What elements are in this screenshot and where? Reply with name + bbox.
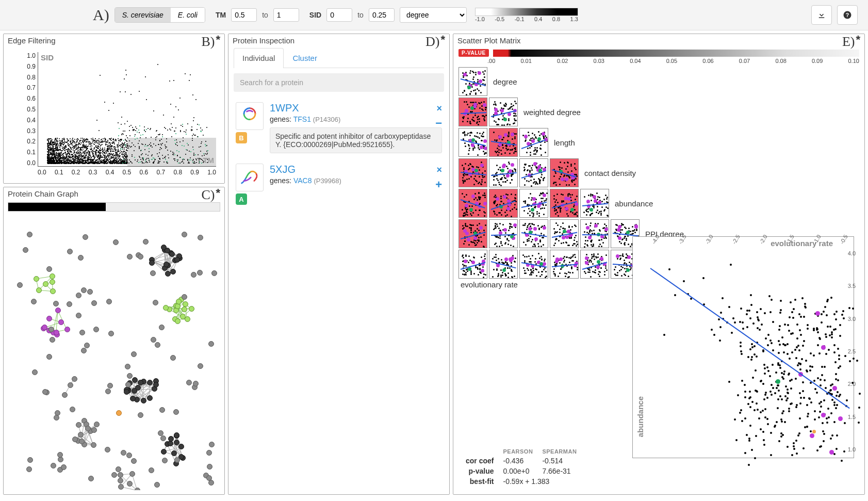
help-button[interactable]: ? [837,5,858,25]
splom-row-label: abundance [615,199,653,208]
splom-cell[interactable] [458,250,487,279]
sid-from-input[interactable] [326,8,352,22]
correlation-colorscale: -1.0 -0.5 -0.1 0.4 0.8 1.3 [475,8,578,22]
panel-letter-b: B) [201,34,215,50]
asterisk-icon: * [856,33,860,46]
splom-cell[interactable] [458,128,487,157]
panel-letter-d: D) [425,34,439,50]
chain-badge: B [236,132,247,143]
gene-link[interactable]: TFS1 [293,115,311,123]
pvalue-ticks: .000.010.020.030.040.050.060.070.080.090… [487,58,859,64]
structure-thumbnail[interactable] [236,164,264,191]
protein-inspection-panel: Protein Inspection D)* Individual Cluste… [228,34,450,495]
tm-from-input[interactable] [231,8,257,22]
detail-yticks: 4.03.53.02.52.01.51.0 [848,250,856,452]
splom-cell[interactable] [519,219,548,248]
tm-to-input[interactable] [273,8,299,22]
accession: (P14306) [313,116,340,123]
panel-letter-e: E) [842,34,855,50]
splom-cell[interactable] [550,250,579,279]
splom-cell[interactable] [458,158,487,187]
sid-to-input[interactable] [369,8,395,22]
top-toolbar: A) S. cerevisiae E. coli TM to SID to de… [0,0,868,30]
asterisk-icon: * [216,33,220,46]
sid-to-word: to [357,11,364,19]
question-icon: ? [843,10,852,20]
protein-search-input[interactable]: Search for a protein [234,73,444,92]
tm-label: TM [216,11,226,19]
splom-cell[interactable] [489,219,518,248]
edge-filtering-panel: Edge Filtering B)* SID TM 1.00.90.80.70.… [3,34,225,184]
sort-select[interactable]: degree [400,7,467,23]
splom-cell[interactable] [489,250,518,279]
splom-cell[interactable] [458,219,487,248]
genes-label: genes: [270,115,291,123]
graph-size-bar[interactable] [8,202,220,212]
species-ec-button[interactable]: E. coli [171,8,205,22]
collapse-icon[interactable]: − [435,117,442,130]
splom-cell[interactable] [489,128,518,157]
protein-chain-graph-panel: Protein Chain Graph C)* [3,187,225,495]
splom-row-label: contact density [584,169,636,177]
protein-description: Specific and potent inhibitor of carboxy… [270,127,442,153]
species-sc-button[interactable]: S. cerevisiae [115,8,171,22]
splom-cell[interactable] [519,189,548,218]
splom-cell[interactable] [550,189,579,218]
accession: (P39968) [314,177,341,185]
inspection-tabs: Individual Cluster [234,48,444,68]
panel-d-title: Protein Inspection [228,34,449,46]
detail-xticks: -4.0-3.5-3.0-2.5-2.0-1.5-1.0-0.5 [650,242,848,248]
splom-cell[interactable] [458,189,487,218]
detail-y-title: abundance [636,396,645,437]
svg-text:?: ? [846,12,849,18]
panel-letter-c: C) [201,187,215,203]
species-toggle: S. cerevisiae E. coli [114,7,205,23]
scatter-b-xticks: 0.00.10.20.30.40.50.60.70.80.91.0 [38,169,216,176]
tab-individual[interactable]: Individual [234,48,284,68]
splom-cell[interactable] [550,219,579,248]
network-graph[interactable] [8,212,220,490]
splom-cell[interactable] [550,158,579,187]
sid-label: SID [309,11,321,19]
panel-e-title: Scatter Plot Matrix [453,34,864,46]
panel-c-title: Protein Chain Graph [4,187,224,199]
splom-cell[interactable] [458,98,487,126]
chain-badge: A [236,193,247,205]
genes-label: genes: [270,176,291,185]
detail-scatter[interactable]: evolutionary rate abundance -4.0-3.5-3.0… [632,236,854,458]
asterisk-icon: * [440,33,445,46]
expand-icon[interactable]: + [435,178,442,191]
tab-cluster[interactable]: Cluster [284,48,326,68]
splom-cell[interactable] [489,98,518,126]
pvalue-colorbar [493,50,859,57]
panel-b-title: Edge Filtering [4,34,224,46]
splom-row-label: degree [493,77,517,86]
protein-card: B 1WPX genes: TFS1 (P14306) Specific and… [228,97,449,158]
splom-cell[interactable] [580,219,609,248]
splom-cell[interactable] [489,158,518,187]
splom-row-label: evolutionary rate [461,280,518,289]
splom-cell[interactable] [489,189,518,218]
download-icon [817,10,826,20]
close-icon[interactable]: × [436,165,442,175]
splom-cell[interactable] [519,250,548,279]
asterisk-icon: * [216,186,220,200]
splom-cell[interactable] [519,128,548,157]
splom-cell[interactable] [458,67,487,96]
correlation-stats: PEARSONSPEARMAN cor coef-0.436-0.514 p-v… [461,447,582,487]
splom-row-label: length [554,138,575,147]
structure-thumbnail[interactable] [236,102,264,130]
splom-cell[interactable] [580,189,609,218]
close-icon[interactable]: × [436,103,442,114]
protein-card: A 5XJG genes: VAC8 (P39968) × + [228,158,449,210]
scatter-b-yticks: 1.00.90.80.70.60.50.40.30.20.10.0 [21,52,36,167]
protein-id-link[interactable]: 5XJG [270,164,442,175]
download-button[interactable] [811,5,832,25]
edge-filter-scatter[interactable]: SID TM 1.00.90.80.70.60.50.40.30.20.10.0… [9,49,219,178]
splom-cell[interactable] [519,158,548,187]
gene-link[interactable]: VAC8 [293,176,312,185]
protein-id-link[interactable]: 1WPX [270,102,442,114]
panel-letter-a: A) [93,6,109,24]
splom-cell[interactable] [580,250,609,279]
pvalue-chip: P-VALUE [458,49,489,57]
